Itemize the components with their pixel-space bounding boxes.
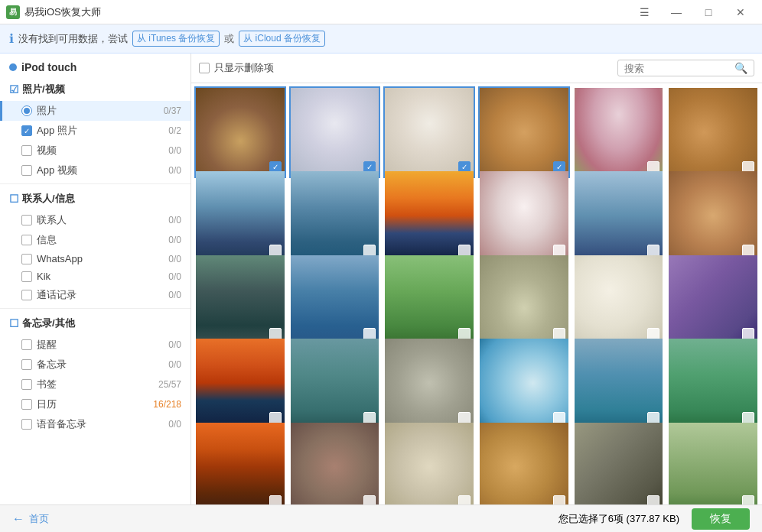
cb-contacts[interactable] (21, 215, 32, 225)
photo-item[interactable] (667, 170, 759, 261)
cb-show-deleted[interactable] (199, 63, 210, 73)
cb-messages[interactable] (21, 235, 32, 245)
photo-item[interactable] (194, 170, 286, 261)
cb-app-video[interactable] (21, 165, 32, 176)
cb-call-history[interactable] (21, 290, 32, 300)
call-history-count: 0/0 (168, 290, 181, 300)
photo-item[interactable] (573, 86, 665, 178)
photo-item[interactable]: ✓ (478, 86, 570, 178)
infobar: ℹ 没有找到可用数据，尝试 从 iTunes 备份恢复 或 从 iCloud 备… (0, 24, 762, 54)
titlebar-left: 易 易我iOS恢复大师 (6, 5, 101, 19)
cb-bookmarks[interactable] (21, 379, 32, 390)
photo-select-checkbox[interactable] (647, 495, 659, 504)
photo-item[interactable] (573, 421, 665, 504)
photo-select-checkbox[interactable] (742, 495, 754, 504)
category-contacts: ☐ 联系人/信息 (0, 187, 190, 210)
photo-item[interactable] (667, 337, 759, 429)
minimize-button[interactable]: — (661, 0, 692, 24)
sidebar-item-app-photos[interactable]: ✓ App 照片 0/2 (0, 121, 190, 141)
sidebar-item-kik[interactable]: Kik 0/0 (0, 268, 190, 285)
sidebar-item-reminder[interactable]: 提醒 0/0 (0, 335, 190, 355)
photo-item[interactable] (194, 421, 286, 504)
cb-kik[interactable] (21, 271, 32, 282)
photo-select-checkbox[interactable] (458, 495, 471, 504)
sidebar-item-video[interactable]: 视频 0/0 (0, 141, 190, 161)
divider1 (0, 183, 190, 184)
cb-whatsapp[interactable] (21, 254, 32, 264)
photo-item[interactable] (573, 170, 665, 261)
photo-select-checkbox[interactable] (363, 495, 376, 504)
infobar-text: 没有找到可用数据，尝试 (18, 32, 128, 46)
photo-item[interactable] (289, 254, 381, 345)
sidebar-item-memo[interactable]: 备忘录 0/0 (0, 355, 190, 375)
category-photos-icon: ☑ (9, 83, 19, 96)
photo-item[interactable] (289, 421, 381, 504)
photo-item[interactable] (573, 254, 665, 345)
search-input[interactable] (624, 63, 731, 74)
sidebar-item-app-video[interactable]: App 视频 0/0 (0, 161, 190, 180)
photo-item[interactable] (194, 337, 286, 429)
photo-item[interactable] (573, 337, 665, 429)
photo-item[interactable]: ✓ (194, 86, 286, 178)
content-area: 只显示删除项 🔍 ✓✓✓✓ (191, 54, 762, 504)
sidebar-item-photos[interactable]: 照片 0/37 (0, 101, 190, 121)
photo-item[interactable]: ✓ (383, 86, 475, 178)
sidebar-item-bookmarks[interactable]: 书签 25/57 (0, 375, 190, 394)
photo-item[interactable] (383, 170, 475, 261)
info-icon: ℹ (9, 31, 14, 46)
titlebar: 易 易我iOS恢复大师 ☰ — □ ✕ (0, 0, 762, 24)
sidebar-item-calendar[interactable]: 日历 16/218 (0, 394, 190, 414)
main-layout: iPod touch ☑ 照片/视频 照片 0/37 ✓ App 照片 0/2 (0, 54, 762, 504)
home-button[interactable]: ← 首页 (12, 512, 49, 526)
icloud-restore-link[interactable]: 从 iCloud 备份恢复 (239, 31, 325, 47)
photo-item[interactable] (478, 337, 570, 429)
sidebar-item-messages[interactable]: 信息 0/0 (0, 230, 190, 250)
photo-item[interactable]: ✓ (289, 86, 381, 178)
bookmarks-count: 25/57 (158, 379, 181, 390)
photo-item[interactable] (478, 254, 570, 345)
menu-button[interactable]: ☰ (629, 0, 659, 24)
photo-thumbnail (196, 423, 285, 504)
sidebar-item-whatsapp[interactable]: WhatsApp 0/0 (0, 250, 190, 268)
photo-thumbnail (385, 423, 474, 504)
maximize-button[interactable]: □ (693, 0, 724, 24)
photo-item[interactable] (667, 421, 759, 504)
photo-item[interactable] (194, 254, 286, 345)
cb-voice-memo[interactable] (21, 419, 32, 430)
photo-item[interactable] (383, 337, 475, 429)
cb-memo[interactable] (21, 359, 32, 370)
sidebar-item-voice-memo[interactable]: 语音备忘录 0/0 (0, 414, 190, 434)
photo-item[interactable] (667, 86, 759, 178)
itunes-restore-link[interactable]: 从 iTunes 备份恢复 (132, 31, 220, 47)
app-photos-count: 0/2 (168, 125, 181, 136)
photo-item[interactable] (478, 170, 570, 261)
app-title: 易我iOS恢复大师 (24, 5, 101, 19)
app-logo: 易 (6, 5, 20, 19)
footer: ← 首页 您已选择了6项 (377.87 KB) 恢复 (0, 504, 762, 532)
search-icon: 🔍 (734, 62, 747, 74)
cb-calendar[interactable] (21, 399, 32, 410)
app-video-count: 0/0 (168, 165, 181, 176)
category-notes: ☐ 备忘录/其他 (0, 312, 190, 335)
photo-item[interactable] (383, 254, 475, 345)
radio-photos[interactable] (21, 105, 32, 116)
photos-count: 0/37 (164, 105, 181, 116)
sidebar-item-call-history[interactable]: 通话记录 0/0 (0, 285, 190, 305)
contacts-count: 0/0 (168, 215, 181, 225)
show-deleted-filter[interactable]: 只显示删除项 (199, 61, 274, 75)
photo-item[interactable] (478, 421, 570, 504)
photo-select-checkbox[interactable] (269, 495, 282, 504)
photo-thumbnail (669, 423, 757, 504)
photo-item[interactable] (289, 170, 381, 261)
restore-button[interactable]: 恢复 (692, 508, 750, 530)
photo-item[interactable] (383, 421, 475, 504)
photo-select-checkbox[interactable] (553, 495, 565, 504)
close-button[interactable]: ✕ (725, 0, 756, 24)
cb-reminder[interactable] (21, 339, 32, 350)
sidebar-item-contacts[interactable]: 联系人 0/0 (0, 210, 190, 230)
reminder-count: 0/0 (168, 339, 181, 350)
photo-item[interactable] (289, 337, 381, 429)
cb-video[interactable] (21, 145, 32, 156)
cb-app-photos[interactable]: ✓ (21, 125, 32, 136)
photo-item[interactable] (667, 254, 759, 345)
